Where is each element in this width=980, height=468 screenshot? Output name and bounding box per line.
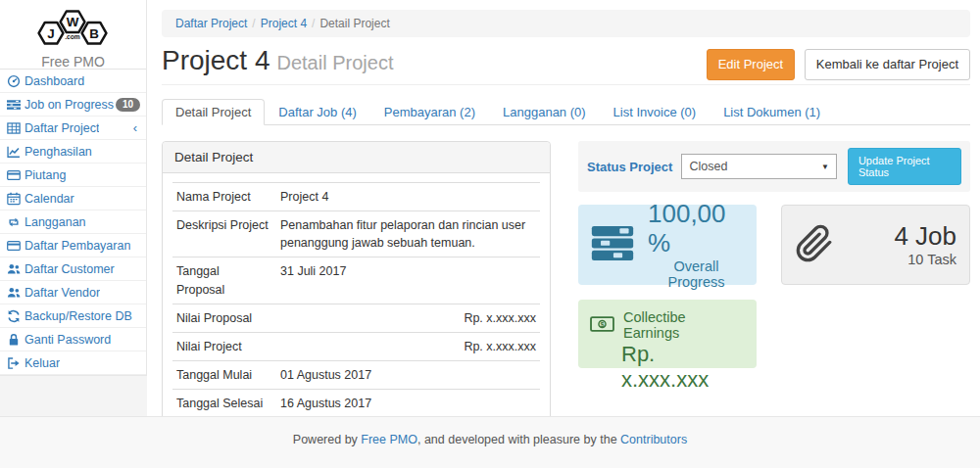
footer-link-contributors[interactable]: Contributors bbox=[620, 433, 687, 446]
detail-value: Rp. x.xxx.xxx bbox=[276, 332, 540, 360]
jobs-value: 4 Job bbox=[894, 222, 956, 252]
update-project-status-button[interactable]: Update Project Status bbox=[848, 148, 961, 185]
svg-text:$: $ bbox=[600, 319, 604, 328]
refresh-icon bbox=[7, 309, 24, 323]
footer-text: Powered by Free PMO, and developed with … bbox=[293, 433, 687, 446]
sidebar-item-dashboard[interactable]: Dashboard bbox=[0, 70, 146, 93]
chevron-left-icon: ‹ bbox=[133, 120, 140, 135]
progress-label: Overall Progress bbox=[648, 258, 745, 290]
tasks-big-icon bbox=[590, 225, 635, 264]
sidebar-item-backup-restore-db[interactable]: Backup/Restore DB bbox=[0, 304, 146, 328]
detail-label: Tanggal Mulai bbox=[172, 360, 276, 389]
sidebar-item-label: Piutang bbox=[24, 168, 66, 182]
tab-list-dokumen-1[interactable]: List Dokumen (1) bbox=[710, 99, 834, 125]
sidebar-item-calendar[interactable]: Calendar bbox=[0, 187, 146, 211]
tab-bar: Detail ProjectDaftar Job (4)Pembayaran (… bbox=[162, 99, 970, 125]
sidebar-item-label: Penghasilan bbox=[24, 145, 92, 159]
detail-row-nilai-project: Nilai ProjectRp. x.xxx.xxx bbox=[172, 332, 540, 360]
logo-letter-right: B bbox=[89, 26, 99, 41]
detail-label: Tanggal Selesai bbox=[172, 390, 276, 418]
progress-text: 100,00 % Overall Progress bbox=[648, 200, 745, 290]
status-select-value: Closed bbox=[689, 160, 727, 173]
detail-value: 31 Juli 2017 bbox=[276, 257, 540, 304]
select-caret-icon: ▼ bbox=[821, 163, 829, 171]
credit-card-icon bbox=[7, 168, 24, 182]
back-to-project-list-button[interactable]: Kembali ke daftar Project bbox=[805, 49, 970, 80]
detail-label: Tanggal Proposal bbox=[172, 257, 276, 304]
sign-out-icon bbox=[7, 356, 24, 370]
detail-row-deskripsi-project: Deskripsi ProjectPenambahan fitur pelapo… bbox=[172, 211, 540, 257]
sidebar-item-daftar-pembayaran[interactable]: Daftar Pembayaran bbox=[0, 234, 146, 257]
sidebar-item-label: Ganti Password bbox=[24, 333, 111, 347]
jwb-logo-icon: J W B .com bbox=[26, 38, 120, 53]
detail-row-tanggal-selesai: Tanggal Selesai16 Agustus 2017 bbox=[172, 390, 540, 418]
tasks-value: 10 Task bbox=[894, 252, 956, 267]
logo-letter-top: W bbox=[67, 15, 79, 29]
edit-project-button[interactable]: Edit Project bbox=[707, 49, 795, 80]
jobs-box: 4 Job 10 Task bbox=[781, 205, 970, 285]
detail-row-tanggal-proposal: Tanggal Proposal31 Juli 2017 bbox=[172, 257, 540, 304]
overall-progress-box: 100,00 % Overall Progress bbox=[578, 205, 757, 285]
tab-langganan-0[interactable]: Langganan (0) bbox=[489, 99, 600, 125]
sidebar-item-label: Daftar Customer bbox=[24, 262, 115, 276]
breadcrumb-item-detail-project: Detail Project bbox=[319, 17, 389, 30]
status-select[interactable]: Closed ▼ bbox=[681, 154, 836, 179]
tab-list-invoice-0[interactable]: List Invoice (0) bbox=[600, 99, 710, 125]
detail-row-nilai-proposal: Nilai ProposalRp. x.xxx.xxx bbox=[172, 304, 540, 332]
breadcrumb-separator: / bbox=[312, 17, 315, 30]
sidebar-item-daftar-project[interactable]: Daftar Project‹ bbox=[0, 117, 146, 140]
earnings-label: Collectibe Earnings bbox=[623, 309, 745, 341]
earnings-value: Rp. x.xxx.xxx bbox=[621, 342, 745, 393]
paperclip-icon bbox=[795, 220, 834, 270]
detail-value: 16 Agustus 2017 bbox=[276, 390, 540, 418]
footer-link-free-pmo[interactable]: Free PMO bbox=[361, 433, 417, 446]
page-subtitle: Detail Project bbox=[277, 52, 394, 73]
sidebar-item-job-on-progress[interactable]: Job on Progress10 bbox=[0, 93, 146, 117]
info-boxes-row: 100,00 % Overall Progress 4 Job 10 T bbox=[578, 205, 970, 285]
logo-dotcom: .com bbox=[65, 33, 80, 40]
brand-name: Free PMO bbox=[0, 54, 146, 70]
logo-block: J W B .com Free PMO bbox=[0, 0, 146, 69]
tab-pembayaran-2[interactable]: Pembayaran (2) bbox=[370, 99, 489, 125]
table-icon bbox=[7, 121, 24, 135]
sidebar-item-langganan[interactable]: Langganan bbox=[0, 211, 146, 234]
collectible-earnings-box: $ Collectibe Earnings Rp. x.xxx.xxx bbox=[578, 300, 757, 368]
money-icon: $ bbox=[590, 316, 614, 335]
main-content: Daftar Project/Project 4/Detail Project … bbox=[147, 0, 980, 468]
breadcrumb-item-daftar-project[interactable]: Daftar Project bbox=[175, 17, 247, 30]
breadcrumb: Daftar Project/Project 4/Detail Project bbox=[162, 10, 970, 37]
count-badge: 10 bbox=[116, 98, 140, 112]
sidebar-item-daftar-customer[interactable]: Daftar Customer bbox=[0, 257, 146, 281]
sidebar-item-ganti-password[interactable]: Ganti Password bbox=[0, 328, 146, 351]
page: J W B .com Free PMO DashboardJob on Prog… bbox=[0, 0, 980, 468]
sidebar-item-daftar-vendor[interactable]: Daftar Vendor bbox=[0, 281, 146, 304]
page-title: Project 4 bbox=[162, 45, 270, 75]
detail-label: Nilai Project bbox=[172, 332, 276, 360]
breadcrumb-separator: / bbox=[252, 17, 255, 30]
sidebar-item-label: Job on Progress bbox=[24, 98, 114, 112]
tab-daftar-job-4[interactable]: Daftar Job (4) bbox=[265, 99, 369, 125]
users-icon bbox=[7, 286, 24, 300]
footer-static-text: , and developed with pleasure by the bbox=[417, 433, 620, 446]
sidebar-item-piutang[interactable]: Piutang bbox=[0, 164, 146, 187]
sidebar-item-penghasilan[interactable]: Penghasilan bbox=[0, 140, 146, 164]
sidebar-item-keluar[interactable]: Keluar bbox=[0, 351, 146, 375]
logo-letter-left: J bbox=[47, 26, 54, 41]
breadcrumb-item-project-4[interactable]: Project 4 bbox=[261, 17, 307, 30]
detail-label: Nilai Proposal bbox=[172, 304, 276, 332]
retweet-icon bbox=[7, 215, 24, 229]
detail-value: 01 Agustus 2017 bbox=[276, 360, 540, 389]
tab-detail-project[interactable]: Detail Project bbox=[162, 99, 265, 125]
detail-row-tanggal-mulai: Tanggal Mulai01 Agustus 2017 bbox=[172, 360, 540, 389]
panel-title: Detail Project bbox=[163, 142, 550, 173]
detail-value: Penambahan fitur pelaporan dan rincian u… bbox=[276, 211, 540, 257]
sidebar-item-label: Backup/Restore DB bbox=[24, 309, 132, 323]
jobs-text: 4 Job 10 Task bbox=[894, 222, 956, 267]
progress-value: 100,00 % bbox=[648, 200, 745, 258]
sidebar-item-label: Daftar Project bbox=[24, 121, 99, 135]
footer: Powered by Free PMO, and developed with … bbox=[0, 416, 980, 468]
tasks-icon bbox=[7, 98, 24, 112]
sidebar-item-label: Daftar Vendor bbox=[24, 286, 100, 300]
users-icon bbox=[7, 262, 24, 276]
sidebar-item-label: Dashboard bbox=[24, 74, 84, 88]
